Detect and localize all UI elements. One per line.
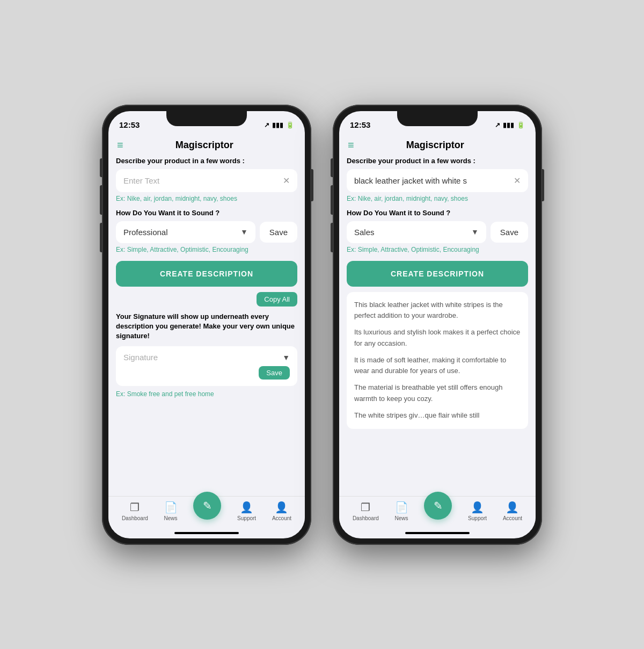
nav-news-2[interactable]: 📄 News bbox=[395, 501, 408, 521]
sound-save-btn-1[interactable]: Save bbox=[260, 222, 297, 243]
nav-support-label-2: Support bbox=[468, 515, 487, 521]
sound-label-1: How Do You Want it to Sound ? bbox=[116, 209, 297, 217]
nav-news-label-2: News bbox=[395, 515, 408, 521]
nav-dashboard-2[interactable]: ❐ Dashboard bbox=[353, 501, 379, 521]
account-icon-1: 👤 bbox=[275, 501, 288, 514]
home-indicator-2 bbox=[405, 532, 470, 534]
signature-top-1: Signature ▼ bbox=[123, 353, 290, 362]
select-row-1: Professional ▼ Save bbox=[116, 221, 297, 243]
describe-input-container-2: ✕ bbox=[347, 169, 528, 192]
signature-save-btn-1[interactable]: Save bbox=[259, 366, 290, 380]
nav-center-1[interactable]: ✎ bbox=[193, 492, 221, 520]
describe-input-container-1: ✕ bbox=[116, 169, 297, 192]
signature-arrow-1: ▼ bbox=[282, 353, 290, 362]
copy-all-row-1: Copy All bbox=[116, 292, 297, 307]
nav-support-label-1: Support bbox=[237, 515, 256, 521]
nav-account-2[interactable]: 👤 Account bbox=[503, 501, 522, 521]
news-icon-2: 📄 bbox=[395, 501, 408, 514]
desc-para-4: The material is breathable yet still off… bbox=[354, 382, 521, 405]
nav-center-icon-1: ✎ bbox=[203, 499, 212, 512]
dropdown-arrow-2: ▼ bbox=[471, 228, 479, 236]
desc-para-5: The white stripes giv…que flair while st… bbox=[354, 410, 521, 421]
describe-input-2[interactable] bbox=[354, 176, 514, 185]
sound-select-2[interactable]: Sales ▼ bbox=[347, 221, 486, 243]
support-icon-2: 👤 bbox=[471, 501, 484, 514]
nav-news-label-1: News bbox=[164, 515, 178, 521]
dashboard-icon-2: ❐ bbox=[361, 501, 370, 514]
status-time-2: 12:53 bbox=[350, 120, 370, 129]
sound-value-1: Professional bbox=[123, 228, 168, 237]
describe-input-1[interactable] bbox=[123, 176, 283, 185]
nav-center-icon-2: ✎ bbox=[434, 499, 443, 512]
nav-center-2[interactable]: ✎ bbox=[424, 492, 452, 520]
status-icons-1: ↗ ▮▮▮ 🔋 bbox=[264, 121, 294, 129]
status-icons-2: ↗ ▮▮▮ 🔋 bbox=[495, 121, 525, 129]
nav-support-2[interactable]: 👤 Support bbox=[468, 501, 487, 521]
support-icon-1: 👤 bbox=[240, 501, 253, 514]
battery-icon-1: ▮▮▮ bbox=[272, 121, 283, 129]
desc-para-2: Its luxurious and stylish look makes it … bbox=[354, 327, 521, 349]
status-time-1: 12:53 bbox=[119, 120, 140, 129]
signature-desc-1: Your Signature will show up underneath e… bbox=[116, 312, 297, 341]
app-header-2: ≡ Magiscriptor bbox=[339, 135, 536, 157]
wifi-icon-1: ↗ bbox=[264, 121, 269, 129]
nav-dashboard-label-2: Dashboard bbox=[353, 515, 379, 521]
sound-hint-1: Ex: Simple, Attractive, Optimistic, Enco… bbox=[116, 246, 297, 253]
bottom-nav-1: ❐ Dashboard 📄 News ✎ 👤 Support 👤 Account bbox=[108, 496, 305, 530]
scroll-area-1[interactable]: Describe your product in a few words : ✕… bbox=[108, 157, 305, 496]
nav-account-1[interactable]: 👤 Account bbox=[272, 501, 291, 521]
scroll-area-2[interactable]: Describe your product in a few words : ✕… bbox=[339, 157, 536, 496]
nav-support-1[interactable]: 👤 Support bbox=[237, 501, 256, 521]
dashboard-icon-1: ❐ bbox=[130, 501, 140, 514]
news-icon-1: 📄 bbox=[164, 501, 178, 514]
menu-icon-2[interactable]: ≡ bbox=[348, 139, 354, 151]
signature-placeholder-1: Signature bbox=[123, 353, 158, 362]
nav-account-label-2: Account bbox=[503, 515, 522, 521]
nav-news-1[interactable]: 📄 News bbox=[164, 501, 178, 521]
nav-account-label-1: Account bbox=[272, 515, 291, 521]
sound-save-btn-2[interactable]: Save bbox=[491, 222, 528, 243]
description-card-2: This black leather jacket with white str… bbox=[347, 292, 528, 429]
battery-icon-2: ▮▮▮ bbox=[503, 121, 514, 129]
app-title-1: Magiscriptor bbox=[128, 140, 281, 151]
app-title-2: Magiscriptor bbox=[358, 140, 512, 151]
sound-label-2: How Do You Want it to Sound ? bbox=[347, 209, 528, 217]
sound-value-2: Sales bbox=[354, 228, 375, 237]
signature-hint-1: Ex: Smoke free and pet free home bbox=[116, 390, 297, 398]
phone-2: 12:53 ↗ ▮▮▮ 🔋 ≡ Magiscriptor Describe yo… bbox=[333, 105, 542, 545]
create-btn-2[interactable]: CREATE DESCRIPTION bbox=[347, 261, 528, 287]
dropdown-arrow-1: ▼ bbox=[240, 228, 248, 236]
sound-hint-2: Ex: Simple, Attractive, Optimistic, Enco… bbox=[347, 246, 528, 253]
bottom-nav-2: ❐ Dashboard 📄 News ✎ 👤 Support 👤 Account bbox=[339, 496, 536, 530]
describe-label-1: Describe your product in a few words : bbox=[116, 157, 297, 165]
battery-symbol-1: 🔋 bbox=[286, 121, 294, 129]
app-header-1: ≡ Magiscriptor bbox=[108, 135, 305, 157]
home-indicator-1 bbox=[174, 532, 239, 534]
account-icon-2: 👤 bbox=[506, 501, 519, 514]
desc-para-1: This black leather jacket with white str… bbox=[354, 300, 521, 322]
nav-dashboard-label-1: Dashboard bbox=[122, 515, 148, 521]
nav-dashboard-1[interactable]: ❐ Dashboard bbox=[122, 501, 148, 521]
create-btn-1[interactable]: CREATE DESCRIPTION bbox=[116, 261, 297, 287]
copy-all-btn-1[interactable]: Copy All bbox=[257, 292, 297, 307]
wifi-icon-2: ↗ bbox=[495, 121, 500, 129]
phone-1: 12:53 ↗ ▮▮▮ 🔋 ≡ Magiscriptor Describe yo… bbox=[102, 105, 311, 545]
describe-hint-2: Ex: Nike, air, jordan, midnight, navy, s… bbox=[347, 195, 528, 202]
signature-field-1[interactable]: Signature ▼ Save bbox=[116, 346, 297, 386]
select-row-2: Sales ▼ Save bbox=[347, 221, 528, 243]
menu-icon-1[interactable]: ≡ bbox=[117, 139, 123, 151]
sound-select-1[interactable]: Professional ▼ bbox=[116, 221, 255, 243]
clear-icon-2[interactable]: ✕ bbox=[514, 176, 521, 186]
clear-icon-1[interactable]: ✕ bbox=[283, 176, 290, 186]
desc-para-3: It is made of soft leather, making it co… bbox=[354, 355, 521, 377]
describe-hint-1: Ex: Nike, air, jordan, midnight, navy, s… bbox=[116, 195, 297, 202]
describe-label-2: Describe your product in a few words : bbox=[347, 157, 528, 165]
battery-symbol-2: 🔋 bbox=[517, 121, 525, 129]
